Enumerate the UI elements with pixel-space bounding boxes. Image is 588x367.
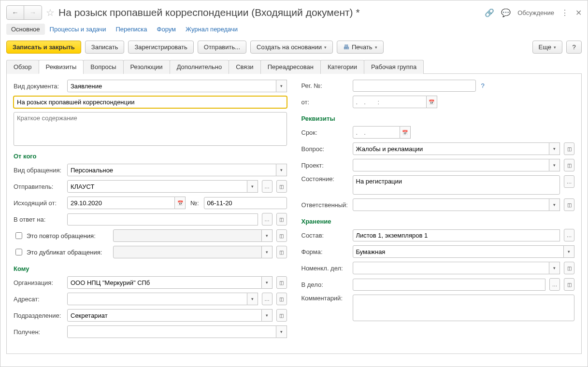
form-dd[interactable] — [564, 245, 574, 258]
nav-links: Основное Процессы и задачи Переписка Фор… — [6, 24, 582, 35]
project-input[interactable] — [353, 159, 550, 171]
addressee-label: Адресат: — [14, 296, 64, 303]
print-icon: 🖶 — [343, 43, 349, 51]
form-label: Форма: — [301, 248, 350, 255]
tab-questions[interactable]: Вопросы — [83, 60, 123, 74]
duplicate-dd — [262, 246, 272, 258]
sender-input[interactable] — [67, 180, 247, 193]
reply-input[interactable] — [67, 213, 258, 226]
repeat-checkbox[interactable] — [15, 232, 22, 239]
tab-workgroup[interactable]: Рабочая группа — [364, 60, 424, 74]
discuss-label[interactable]: Обсуждение — [517, 9, 554, 16]
state-dots[interactable] — [564, 175, 574, 188]
tab-categories[interactable]: Категории — [320, 60, 364, 74]
forward-button[interactable]: → — [24, 6, 42, 19]
comment-textarea[interactable] — [353, 295, 575, 321]
addressee-ext[interactable] — [276, 293, 287, 305]
appeal-type-input[interactable] — [67, 164, 276, 176]
page-title: На розыск пропавшей корреспонденции (Вхо… — [58, 7, 481, 18]
term-cal[interactable] — [400, 126, 411, 139]
create-based-button[interactable]: Создать на основании — [250, 41, 333, 54]
back-button[interactable]: ← — [7, 6, 24, 19]
link-icon[interactable]: 🔗 — [485, 8, 494, 17]
register-button[interactable]: Зарегистрировать — [128, 41, 193, 54]
num-input[interactable] — [204, 197, 287, 209]
doc-type-input[interactable] — [67, 80, 276, 92]
close-icon[interactable]: ✕ — [575, 8, 582, 17]
sender-dropdown[interactable] — [247, 180, 258, 193]
compose-input[interactable] — [353, 229, 560, 241]
received-input[interactable] — [67, 325, 276, 338]
reply-dots[interactable] — [262, 213, 272, 226]
question-dd[interactable] — [549, 142, 560, 155]
tab-overview[interactable]: Обзор — [6, 60, 39, 74]
sender-dots[interactable] — [262, 180, 272, 193]
nomen-dd[interactable] — [549, 262, 560, 274]
nav-proc[interactable]: Процессы и задачи — [45, 24, 111, 35]
tofile-input[interactable] — [353, 279, 546, 291]
nav-corr[interactable]: Переписка — [111, 24, 152, 35]
dept-dd[interactable] — [262, 309, 272, 322]
nomen-input[interactable] — [353, 262, 550, 274]
regno-help[interactable]: ? — [481, 82, 485, 89]
org-ext[interactable] — [276, 276, 287, 289]
appeal-type-dropdown[interactable] — [276, 164, 287, 176]
nav-forum[interactable]: Форум — [152, 24, 181, 35]
tab-redirected[interactable]: Переадресован — [260, 60, 321, 74]
subject-input[interactable] — [14, 96, 287, 108]
help-button[interactable]: ? — [566, 41, 582, 54]
doc-type-dropdown[interactable] — [276, 80, 287, 92]
regno-input[interactable] — [353, 80, 476, 92]
compose-dots[interactable] — [564, 229, 574, 241]
sender-label: Отправитель: — [14, 183, 64, 190]
tofile-ext[interactable] — [564, 278, 574, 291]
tofile-dots[interactable] — [549, 278, 560, 291]
more-button[interactable]: Еще — [532, 41, 562, 54]
nav-journal[interactable]: Журнал передачи — [181, 24, 243, 35]
doc-type-label: Вид документа: — [14, 83, 64, 90]
tab-extra[interactable]: Дополнительно — [170, 60, 229, 74]
save-button[interactable]: Записать — [85, 41, 125, 54]
summary-textarea[interactable] — [14, 112, 287, 146]
resp-input[interactable] — [353, 198, 550, 211]
star-icon[interactable]: ☆ — [46, 7, 55, 18]
nav-main[interactable]: Основное — [6, 24, 45, 35]
project-dd[interactable] — [549, 159, 560, 171]
outgoing-date-input[interactable] — [67, 197, 175, 209]
discuss-icon[interactable]: 💬 — [501, 8, 511, 17]
tab-resolutions[interactable]: Резолюции — [123, 60, 170, 74]
to-group: Кому — [14, 265, 287, 272]
save-close-button[interactable]: Записать и закрыть — [6, 41, 81, 54]
addressee-dd[interactable] — [247, 293, 258, 305]
org-input[interactable] — [67, 276, 262, 289]
outgoing-label: Исходящий от: — [14, 199, 64, 207]
dept-ext[interactable] — [276, 309, 287, 322]
nomen-ext[interactable] — [564, 262, 574, 274]
question-ext[interactable] — [564, 142, 574, 155]
form-input[interactable] — [353, 245, 564, 258]
term-input[interactable] — [353, 126, 400, 139]
addressee-dots[interactable] — [262, 293, 272, 305]
reply-ext[interactable] — [276, 213, 287, 226]
resp-dd[interactable] — [549, 198, 560, 211]
project-ext[interactable] — [564, 159, 574, 171]
dept-input[interactable] — [67, 309, 262, 322]
sender-ext[interactable] — [276, 180, 287, 193]
question-input[interactable] — [353, 142, 550, 155]
org-dd[interactable] — [262, 276, 272, 289]
received-dd[interactable] — [276, 325, 287, 338]
print-button[interactable]: 🖶Печать — [337, 41, 384, 54]
resp-ext[interactable] — [564, 198, 574, 211]
from-date-input[interactable] — [353, 96, 427, 108]
from-date-cal[interactable] — [427, 96, 437, 108]
outgoing-cal[interactable] — [175, 197, 186, 209]
send-button[interactable]: Отправить... — [198, 41, 246, 54]
tab-links[interactable]: Связи — [229, 60, 260, 74]
state-input[interactable]: На регистрации — [353, 175, 560, 195]
tofile-label: В дело: — [301, 281, 350, 288]
duplicate-checkbox[interactable] — [15, 249, 22, 255]
tab-props[interactable]: Реквизиты — [39, 60, 84, 74]
term-label: Срок: — [301, 129, 350, 136]
kebab-icon[interactable]: ⋮ — [561, 8, 569, 17]
addressee-input[interactable] — [67, 293, 247, 305]
